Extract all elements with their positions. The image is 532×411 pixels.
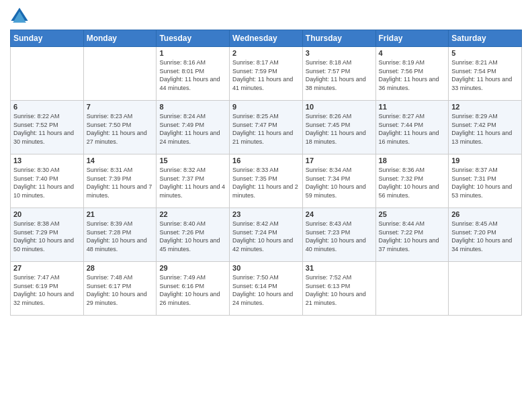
day-number: 15 [159,156,226,165]
day-info: Sunrise: 8:36 AM Sunset: 7:32 PM Dayligh… [379,166,446,199]
calendar-cell [11,47,84,101]
day-info: Sunrise: 7:50 AM Sunset: 6:14 PM Dayligh… [232,273,300,307]
calendar-week-2: 13Sunrise: 8:30 AM Sunset: 7:40 PM Dayli… [11,154,522,208]
day-number: 9 [232,103,300,111]
calendar-header-friday: Friday [375,30,449,47]
day-number: 22 [159,210,226,218]
calendar-cell: 12Sunrise: 8:29 AM Sunset: 7:42 PM Dayli… [449,101,522,154]
calendar-cell: 13Sunrise: 8:30 AM Sunset: 7:40 PM Dayli… [11,154,84,208]
day-info: Sunrise: 8:31 AM Sunset: 7:39 PM Dayligh… [87,166,154,199]
day-info: Sunrise: 7:49 AM Sunset: 6:16 PM Dayligh… [159,273,226,307]
calendar-cell: 18Sunrise: 8:36 AM Sunset: 7:32 PM Dayli… [375,154,449,208]
calendar-cell: 7Sunrise: 8:23 AM Sunset: 7:50 PM Daylig… [83,101,157,154]
calendar-cell [83,47,157,101]
day-info: Sunrise: 8:38 AM Sunset: 7:29 PM Dayligh… [13,220,81,253]
day-number: 16 [232,156,300,165]
day-number: 2 [232,49,300,57]
calendar-cell: 10Sunrise: 8:26 AM Sunset: 7:45 PM Dayli… [302,101,375,154]
day-number: 21 [87,210,154,218]
day-number: 12 [451,103,519,111]
day-number: 8 [159,103,226,111]
calendar-cell: 21Sunrise: 8:39 AM Sunset: 7:28 PM Dayli… [83,208,157,262]
day-number: 1 [159,49,226,57]
day-info: Sunrise: 8:21 AM Sunset: 7:54 PM Dayligh… [451,58,519,92]
calendar-header-thursday: Thursday [302,30,375,47]
day-number: 28 [87,264,154,272]
calendar-header-monday: Monday [83,30,157,47]
calendar-cell: 27Sunrise: 7:47 AM Sunset: 6:19 PM Dayli… [11,262,84,316]
calendar-cell [375,262,449,316]
logo [10,7,30,26]
calendar-cell: 20Sunrise: 8:38 AM Sunset: 7:29 PM Dayli… [11,208,84,262]
calendar-cell: 26Sunrise: 8:45 AM Sunset: 7:20 PM Dayli… [449,208,522,262]
day-info: Sunrise: 7:48 AM Sunset: 6:17 PM Dayligh… [87,273,154,307]
day-info: Sunrise: 8:30 AM Sunset: 7:40 PM Dayligh… [13,166,81,199]
day-info: Sunrise: 7:47 AM Sunset: 6:19 PM Dayligh… [13,273,81,307]
calendar-cell: 17Sunrise: 8:34 AM Sunset: 7:34 PM Dayli… [302,154,375,208]
day-number: 5 [451,49,519,57]
calendar-cell: 28Sunrise: 7:48 AM Sunset: 6:17 PM Dayli… [83,262,157,316]
calendar-week-4: 27Sunrise: 7:47 AM Sunset: 6:19 PM Dayli… [11,262,522,316]
day-info: Sunrise: 8:45 AM Sunset: 7:20 PM Dayligh… [451,220,519,253]
day-number: 4 [379,49,446,57]
calendar-cell: 1Sunrise: 8:16 AM Sunset: 8:01 PM Daylig… [157,47,230,101]
day-info: Sunrise: 8:25 AM Sunset: 7:47 PM Dayligh… [232,112,300,146]
day-info: Sunrise: 8:33 AM Sunset: 7:35 PM Dayligh… [232,166,300,199]
calendar-cell: 19Sunrise: 8:37 AM Sunset: 7:31 PM Dayli… [449,154,522,208]
day-info: Sunrise: 8:22 AM Sunset: 7:52 PM Dayligh… [13,112,81,146]
page: SundayMondayTuesdayWednesdayThursdayFrid… [0,0,532,411]
calendar-week-3: 20Sunrise: 8:38 AM Sunset: 7:29 PM Dayli… [11,208,522,262]
day-info: Sunrise: 8:32 AM Sunset: 7:37 PM Dayligh… [159,166,226,199]
day-number: 14 [87,156,154,165]
calendar-cell: 9Sunrise: 8:25 AM Sunset: 7:47 PM Daylig… [230,101,303,154]
day-info: Sunrise: 8:43 AM Sunset: 7:23 PM Dayligh… [306,220,373,253]
day-number: 24 [306,210,373,218]
day-info: Sunrise: 8:39 AM Sunset: 7:28 PM Dayligh… [87,220,154,253]
day-info: Sunrise: 8:17 AM Sunset: 7:59 PM Dayligh… [232,58,300,92]
calendar-cell: 2Sunrise: 8:17 AM Sunset: 7:59 PM Daylig… [230,47,303,101]
day-info: Sunrise: 8:37 AM Sunset: 7:31 PM Dayligh… [451,166,519,199]
calendar-week-0: 1Sunrise: 8:16 AM Sunset: 8:01 PM Daylig… [11,47,522,101]
day-number: 11 [379,103,446,111]
calendar-header-wednesday: Wednesday [230,30,303,47]
day-number: 31 [306,264,373,272]
day-number: 3 [306,49,373,57]
day-number: 30 [232,264,300,272]
calendar-cell: 24Sunrise: 8:43 AM Sunset: 7:23 PM Dayli… [302,208,375,262]
day-info: Sunrise: 8:23 AM Sunset: 7:50 PM Dayligh… [87,112,154,146]
day-info: Sunrise: 8:24 AM Sunset: 7:49 PM Dayligh… [159,112,226,146]
day-number: 19 [451,156,519,165]
calendar-cell: 30Sunrise: 7:50 AM Sunset: 6:14 PM Dayli… [230,262,303,316]
logo-icon [10,7,29,26]
day-number: 23 [232,210,300,218]
day-number: 29 [159,264,226,272]
day-number: 20 [13,210,81,218]
calendar-cell: 16Sunrise: 8:33 AM Sunset: 7:35 PM Dayli… [230,154,303,208]
day-info: Sunrise: 8:18 AM Sunset: 7:57 PM Dayligh… [306,58,373,92]
day-info: Sunrise: 8:44 AM Sunset: 7:22 PM Dayligh… [379,220,446,253]
calendar-cell: 29Sunrise: 7:49 AM Sunset: 6:16 PM Dayli… [157,262,230,316]
day-info: Sunrise: 8:42 AM Sunset: 7:24 PM Dayligh… [232,220,300,253]
calendar-cell: 23Sunrise: 8:42 AM Sunset: 7:24 PM Dayli… [230,208,303,262]
calendar-header-saturday: Saturday [449,30,522,47]
day-number: 27 [13,264,81,272]
calendar-cell: 8Sunrise: 8:24 AM Sunset: 7:49 PM Daylig… [157,101,230,154]
day-info: Sunrise: 8:27 AM Sunset: 7:44 PM Dayligh… [379,112,446,146]
day-info: Sunrise: 7:52 AM Sunset: 6:13 PM Dayligh… [306,273,373,307]
calendar-cell: 22Sunrise: 8:40 AM Sunset: 7:26 PM Dayli… [157,208,230,262]
calendar-cell: 31Sunrise: 7:52 AM Sunset: 6:13 PM Dayli… [302,262,375,316]
calendar-cell: 25Sunrise: 8:44 AM Sunset: 7:22 PM Dayli… [375,208,449,262]
day-info: Sunrise: 8:40 AM Sunset: 7:26 PM Dayligh… [159,220,226,253]
day-number: 7 [87,103,154,111]
calendar-table: SundayMondayTuesdayWednesdayThursdayFrid… [10,30,522,316]
day-number: 13 [13,156,81,165]
day-info: Sunrise: 8:29 AM Sunset: 7:42 PM Dayligh… [451,112,519,146]
day-info: Sunrise: 8:26 AM Sunset: 7:45 PM Dayligh… [306,112,373,146]
calendar-cell: 4Sunrise: 8:19 AM Sunset: 7:56 PM Daylig… [375,47,449,101]
day-number: 26 [451,210,519,218]
calendar-header-sunday: Sunday [11,30,84,47]
calendar-header-tuesday: Tuesday [157,30,230,47]
day-number: 17 [306,156,373,165]
day-info: Sunrise: 8:34 AM Sunset: 7:34 PM Dayligh… [306,166,373,199]
header [10,7,522,26]
